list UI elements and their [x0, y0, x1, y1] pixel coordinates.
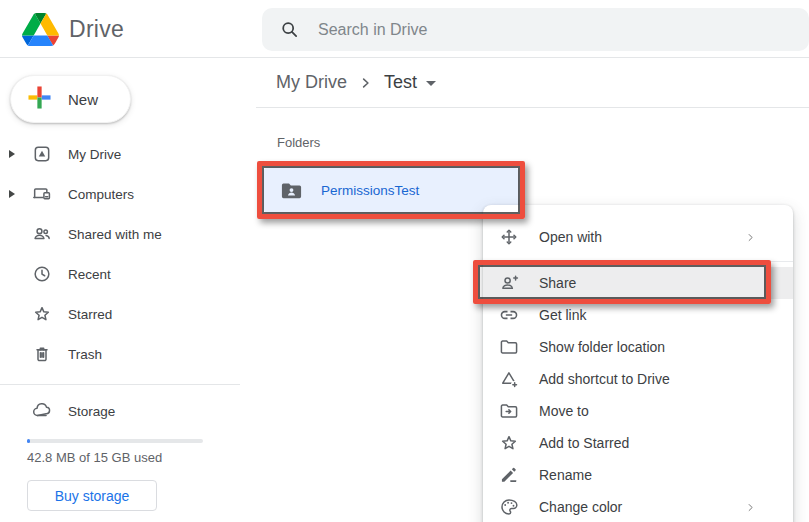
chevron-right-icon [744, 501, 757, 514]
open-with-icon [499, 227, 519, 247]
folder-icon [499, 337, 519, 357]
multicolor-plus-icon [26, 84, 53, 114]
chevron-right-icon [359, 75, 372, 91]
buy-storage-button[interactable]: Buy storage [27, 480, 157, 511]
menu-separator [483, 261, 793, 262]
sidebar: New My Drive [0, 58, 256, 522]
app-title: Drive [69, 16, 124, 43]
sidebar-item-starred[interactable]: Starred [0, 294, 256, 334]
menu-item-change-color[interactable]: Change color [483, 491, 793, 522]
shared-with-me-icon [32, 224, 52, 244]
sidebar-item-my-drive[interactable]: My Drive [0, 134, 256, 174]
sidebar-divider [0, 384, 240, 385]
shared-folder-icon [280, 179, 303, 202]
my-drive-icon [32, 144, 52, 164]
new-button-label: New [68, 91, 98, 108]
sidebar-item-recent[interactable]: Recent [0, 254, 256, 294]
storage-usage-text: 42.8 MB of 15 GB used [27, 450, 162, 465]
menu-item-add-to-starred[interactable]: Add to Starred [483, 427, 793, 459]
drive-logo-link[interactable]: Drive [22, 0, 124, 58]
menu-item-rename[interactable]: Rename [483, 459, 793, 491]
menu-item-add-shortcut-to-drive[interactable]: Add shortcut to Drive [483, 363, 793, 395]
drive-shortcut-icon [499, 369, 519, 389]
star-icon [499, 433, 519, 453]
chevron-right-icon [744, 231, 757, 244]
menu-item-share[interactable]: Share [483, 267, 793, 299]
sidebar-item-computers[interactable]: Computers [0, 174, 256, 214]
sidebar-item-storage[interactable]: Storage [0, 391, 256, 431]
trash-icon [32, 344, 52, 364]
breadcrumb: My Drive Test [256, 58, 809, 108]
breadcrumb-current-folder[interactable]: Test [384, 72, 436, 93]
sidebar-nav: My Drive Computers [0, 134, 256, 374]
google-drive-window: Drive New [0, 0, 809, 522]
computers-icon [32, 184, 52, 204]
drive-logo-icon [22, 13, 59, 46]
expand-arrow-icon[interactable] [9, 190, 15, 198]
link-icon [499, 305, 519, 325]
folder-tile-permissionstest[interactable]: PermissionsTest [263, 167, 519, 213]
sidebar-item-shared-with-me[interactable]: Shared with me [0, 214, 256, 254]
storage-progress-fill [27, 439, 30, 443]
top-bar: Drive [0, 0, 809, 58]
person-add-icon [499, 273, 519, 293]
palette-icon [499, 497, 519, 517]
new-button[interactable]: New [10, 75, 131, 123]
storage-progress-bar [27, 439, 203, 443]
cloud-icon [32, 401, 52, 421]
search-icon [279, 19, 300, 40]
move-to-icon [499, 401, 519, 421]
menu-item-show-folder-location[interactable]: Show folder location [483, 331, 793, 363]
search-input[interactable] [300, 8, 809, 51]
sidebar-item-trash[interactable]: Trash [0, 334, 256, 374]
folder-name: PermissionsTest [321, 183, 419, 198]
menu-item-open-with[interactable]: Open with [483, 221, 793, 253]
context-menu: Open with Share Get link [483, 205, 793, 522]
expand-arrow-icon[interactable] [9, 150, 15, 158]
menu-item-move-to[interactable]: Move to [483, 395, 793, 427]
star-icon [32, 304, 52, 324]
search-bar [262, 8, 809, 51]
chevron-down-icon [426, 81, 436, 86]
folders-section-label: Folders [277, 135, 320, 150]
rename-icon [499, 465, 519, 485]
breadcrumb-my-drive[interactable]: My Drive [276, 72, 347, 93]
menu-item-get-link[interactable]: Get link [483, 299, 793, 331]
recent-icon [32, 264, 52, 284]
